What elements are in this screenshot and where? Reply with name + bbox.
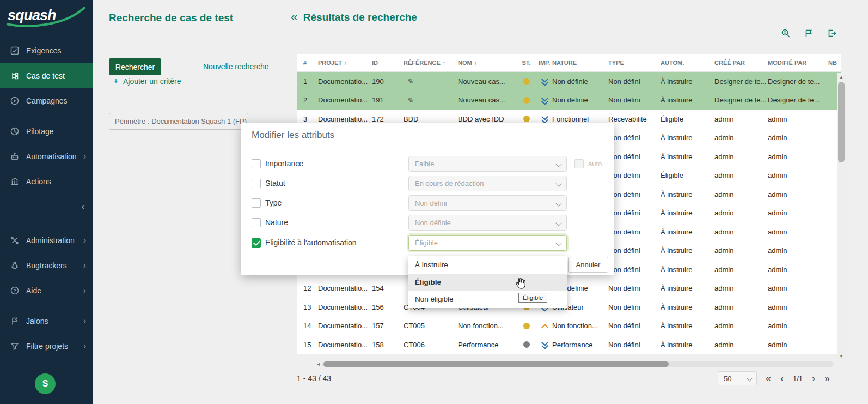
cell-project: Documentatio... — [318, 72, 372, 91]
chevron-down-icon — [555, 240, 561, 246]
table-row[interactable]: 1 Documentatio... 190 Nouveau cas... Non… — [297, 72, 841, 91]
administration-tools-icon — [10, 236, 20, 245]
cell-type: Non défini — [608, 72, 661, 91]
column-label: AUTOM. — [661, 59, 684, 66]
sidebar-item-jalons[interactable]: Jalons › — [0, 309, 93, 334]
scroll-left-arrow[interactable]: ◄ — [315, 360, 322, 369]
cell-reference: CT006 — [404, 335, 458, 354]
horizontal-scrollbar-thumb[interactable] — [323, 361, 669, 367]
sidebar-item-cas-de-test[interactable]: Cas de test — [0, 63, 93, 88]
sidebar-item-automatisation[interactable]: Automatisation › — [0, 144, 93, 169]
cell-type: Non défini — [608, 298, 661, 317]
table-row[interactable]: 2 Documentatio... 191 Nouveau cas... Non… — [297, 91, 841, 110]
user-avatar[interactable]: S — [35, 373, 56, 394]
sidebar-item-bugtrackers[interactable]: Bugtrackers › — [0, 253, 93, 278]
add-criterion-button[interactable]: + Ajouter un critère — [113, 76, 181, 86]
column-header[interactable]: RÉFÉRENCE — [404, 54, 458, 71]
field-row-nature: Nature Non définie — [241, 215, 614, 231]
chevron-right-icon: › — [83, 341, 86, 351]
column-header[interactable]: AUTOM. — [661, 54, 714, 71]
cell-type: Non défini — [608, 335, 661, 354]
new-search-link[interactable]: Nouvelle recherche — [203, 62, 269, 71]
scroll-up-arrow[interactable]: ▲ — [837, 73, 846, 81]
dropdown-option[interactable]: À instruire — [408, 256, 567, 274]
table-row[interactable]: 15 Documentatio... 158 CT006 Performance… — [297, 335, 841, 354]
column-header[interactable]: CRÉÉ PAR — [714, 54, 768, 71]
export-icon[interactable] — [827, 28, 836, 38]
column-header[interactable]: TYPE — [608, 54, 661, 71]
nature-checkbox[interactable] — [252, 218, 261, 227]
column-header[interactable]: MODIFIÉ PAR — [768, 54, 828, 71]
page-size-select[interactable]: 50 — [718, 371, 757, 385]
cell-created-by: admin — [714, 204, 768, 223]
first-page-button[interactable]: « — [766, 373, 771, 383]
importance-checkbox[interactable] — [252, 159, 261, 168]
sidebar-item-aide[interactable]: ? Aide › — [0, 278, 93, 303]
cell-name: Non fonction... — [458, 317, 516, 336]
nav-spacer — [0, 113, 93, 119]
reference-text: CT006 — [404, 341, 425, 349]
dropdown-option[interactable]: Éligible — [408, 274, 567, 291]
sidebar-collapse-button[interactable]: ‹ — [0, 194, 93, 218]
vertical-scrollbar-thumb[interactable] — [838, 82, 845, 162]
cell-row-number: 1 — [297, 72, 318, 91]
table-row[interactable]: 13 Documentatio... 156 CT004 Utilisateur… — [297, 298, 841, 317]
chevron-down-icon — [555, 180, 561, 186]
search-button[interactable]: Rechercher — [109, 58, 161, 75]
sidebar-item-label: Campagnes — [26, 97, 68, 105]
cell-importance — [536, 72, 552, 91]
eligibilite-checkbox[interactable] — [252, 238, 261, 248]
column-header[interactable]: NOM — [458, 54, 516, 71]
column-header[interactable]: IMP. — [536, 54, 552, 71]
previous-page-button[interactable]: ‹ — [780, 373, 784, 383]
squash-logo[interactable]: squash — [0, 0, 93, 32]
next-page-button[interactable]: › — [812, 373, 815, 383]
table-row[interactable]: 14 Documentatio... 157 CT005 Non fonctio… — [297, 317, 841, 336]
edit-search-icon[interactable] — [781, 28, 791, 38]
cell-status — [516, 317, 536, 336]
column-header[interactable]: ST. — [516, 54, 536, 71]
sidebar-item-filtre-projets[interactable]: Filtre projets › — [0, 334, 93, 359]
column-header[interactable]: NB — [828, 54, 841, 71]
table-row[interactable]: 12 Documentatio... 154 Non définie Non d… — [297, 279, 841, 298]
campaigns-icon — [10, 96, 20, 106]
cell-created-by: admin — [714, 317, 768, 336]
cell-type: Non défini — [608, 260, 661, 279]
chevron-down-icon — [555, 200, 561, 206]
cell-id: 158 — [372, 335, 404, 354]
last-page-button[interactable]: » — [824, 373, 830, 383]
sidebar-item-actions[interactable]: Actions — [0, 169, 93, 194]
result-range-label: 1 - 43 / 43 — [297, 374, 331, 383]
sidebar-item-campagnes[interactable]: Campagnes — [0, 88, 93, 113]
column-header[interactable]: ID — [372, 54, 404, 71]
column-label: RÉFÉRENCE — [404, 59, 441, 66]
cell-status — [516, 335, 536, 354]
cell-project: Documentatio... — [318, 91, 372, 110]
sidebar-item-pilotage[interactable]: Pilotage — [0, 119, 93, 144]
cell-modified-by: admin — [768, 242, 828, 261]
importance-chevron-icon — [541, 116, 548, 122]
flag-icon[interactable] — [804, 28, 814, 38]
sidebar-item-exigences[interactable]: Exigences — [0, 38, 93, 63]
page-indicator: 1/1 — [793, 375, 803, 383]
field-label: Eligibilité à l'automatisation — [265, 235, 357, 251]
type-checkbox[interactable] — [252, 198, 261, 208]
sidebar-item-label: Automatisation — [26, 152, 77, 161]
cell-modified-by: admin — [768, 335, 828, 354]
cell-status — [516, 91, 536, 110]
column-header[interactable]: # — [297, 54, 318, 71]
scroll-down-arrow[interactable]: ▼ — [837, 352, 846, 360]
column-header[interactable]: NATURE — [552, 54, 608, 71]
dialog-title: Modifier les attributs — [241, 123, 614, 141]
statut-checkbox[interactable] — [252, 179, 261, 188]
eligibilite-select[interactable]: Éligible — [408, 235, 567, 251]
sidebar-item-administration[interactable]: Administration › — [0, 228, 93, 253]
back-chevrons-icon[interactable]: « — [291, 11, 298, 23]
sidebar-item-label: Pilotage — [26, 127, 54, 136]
scope-chip[interactable]: Périmètre : Documentation Squash 1 (FP) — [109, 113, 248, 130]
cell-automation: À instruire — [661, 129, 714, 148]
statut-select: En cours de rédaction — [408, 176, 567, 191]
chevron-right-icon: › — [83, 286, 86, 296]
cancel-button[interactable]: Annuler — [568, 257, 608, 273]
column-header[interactable]: PROJET — [318, 54, 372, 71]
